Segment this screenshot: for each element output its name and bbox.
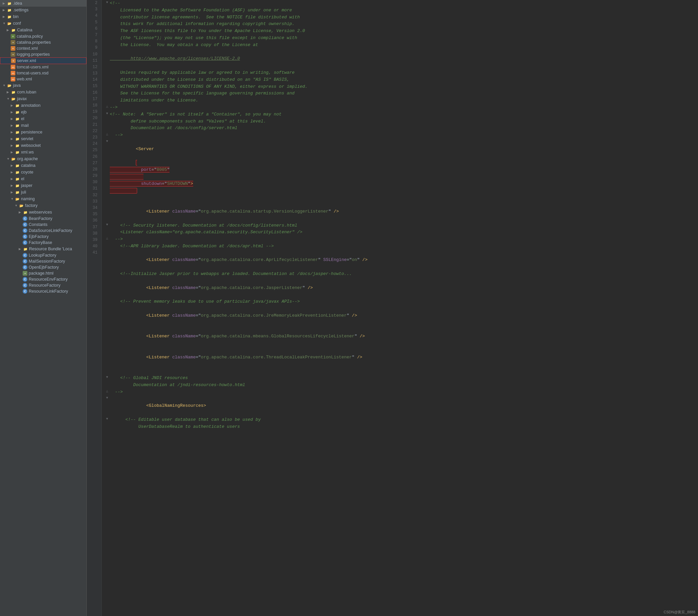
code-line-19: define subcomponents such as "Valves" at… <box>104 118 695 125</box>
sidebar-item-lookup-factory[interactable]: ▶ C LookupFactory <box>0 252 86 258</box>
fold-gutter[interactable]: △ <box>104 236 110 241</box>
sidebar-item-persistence[interactable]: ▶ 📁 persistence <box>0 129 86 136</box>
xml-file-icon: ≡ <box>11 34 15 39</box>
sidebar-item-resource-env-factory[interactable]: ▶ C ResourceEnvFactory <box>0 276 86 282</box>
sidebar-item-context-xml[interactable]: ▶ ≡ context.xml <box>0 45 86 51</box>
code-text: the License. You may obtain a copy of th… <box>110 42 695 49</box>
code-line-27: <!--APR library loader. Documentation at… <box>104 243 695 250</box>
sidebar-item-bean-factory[interactable]: ▶ C BeanFactory <box>0 215 86 222</box>
sidebar-item-mail[interactable]: ▶ 📁 mail <box>0 122 86 129</box>
sidebar-item-com-luban[interactable]: ▶ 📁 com.luban <box>0 89 86 95</box>
code-line-3: Licensed to the Apache Software Foundati… <box>104 7 695 14</box>
sidebar-item-resource-bundle[interactable]: ▶ 📁 Resource Bundle 'Loca <box>0 246 86 252</box>
sidebar-item-org-apache[interactable]: ▼ 📂 org.apache <box>0 155 86 162</box>
sidebar-item-catalina[interactable]: ▶ 📁 Catalina <box>0 27 86 33</box>
class-icon: C <box>23 277 27 282</box>
sidebar-item-java[interactable]: ▼ 📂 java <box>0 82 86 89</box>
sidebar-item-label: tomcat-users.xsd <box>17 71 48 75</box>
sidebar-item-javax[interactable]: ▼ 📂 javax <box>0 95 86 102</box>
sidebar-item-label: package.html <box>29 271 53 276</box>
xml-file-icon: xs <box>11 65 15 69</box>
sidebar-item-label: factory <box>25 203 38 208</box>
sidebar-item-label: tomcat-users.xml <box>17 65 48 69</box>
fold-gutter[interactable]: △ <box>104 104 110 110</box>
code-line-12: Unless required by applicable law or agr… <box>104 69 695 76</box>
sidebar-item-settings[interactable]: ▶ 📁 .settings <box>0 7 86 13</box>
sidebar-item-naming[interactable]: ▼ 📂 naming <box>0 196 86 202</box>
sidebar-item-conf[interactable]: ▼ 📂 conf <box>0 20 86 27</box>
sidebar-item-label: persistence <box>21 130 42 135</box>
folder-icon: 📁 <box>11 89 16 95</box>
sidebar-item-servlet[interactable]: ▶ 📁 servlet <box>0 136 86 142</box>
sidebar-item-label: java <box>13 83 21 88</box>
code-text: <!--APR library loader. Documentation at… <box>110 243 695 250</box>
fold-gutter[interactable]: ▼ <box>104 222 110 227</box>
sidebar-item-label: MailSessionFactory <box>29 259 65 264</box>
sidebar-item-open-ejb-factory[interactable]: ▶ C OpenEjbFactory <box>0 264 86 270</box>
code-text: define subcomponents such as "Valves" at… <box>110 118 695 125</box>
sidebar-item-factory-base[interactable]: ▶ C FactoryBase <box>0 240 86 246</box>
code-line-11 <box>104 62 695 69</box>
code-text: <Listener className="org.apache.catalina… <box>110 250 695 271</box>
sidebar-item-juli[interactable]: ▶ 📁 juli <box>0 189 86 196</box>
sidebar-item-catalina-policy[interactable]: ▶ ≡ catalina.policy <box>0 33 86 39</box>
sidebar-item-ejb[interactable]: ▶ 📁 ejb <box>0 109 86 115</box>
code-text: <Listener className="org.apache.catalina… <box>110 347 695 368</box>
sidebar-item-el[interactable]: ▶ 📁 el <box>0 115 86 122</box>
fold-gutter[interactable]: ▼ <box>104 375 110 380</box>
folder-open-icon: 📂 <box>15 196 20 201</box>
fold-gutter[interactable]: △ <box>104 389 110 394</box>
sidebar-item-catalina2[interactable]: ▶ 📁 catalina <box>0 162 86 169</box>
sidebar-item-resource-factory[interactable]: ▶ C ResourceFactory <box>0 282 86 288</box>
fold-gutter[interactable]: ▼ <box>104 139 110 144</box>
code-text: <Listener className="org.apache.catalina… <box>110 201 695 222</box>
fold-gutter[interactable]: ▼ <box>104 0 110 5</box>
fold-gutter[interactable]: △ <box>104 132 110 137</box>
sidebar-item-server-xml[interactable]: ▶ ≡ server.xml <box>0 57 86 64</box>
sidebar-item-el2[interactable]: ▶ 📁 el <box>0 176 86 182</box>
sidebar-item-ejb-factory[interactable]: ▶ C EjbFactory <box>0 234 86 240</box>
fold-gutter[interactable]: ▼ <box>104 111 110 116</box>
sidebar-item-bin[interactable]: ▶ 📁 bin <box>0 13 86 20</box>
sidebar-item-factory[interactable]: ▼ 📂 factory <box>0 202 86 209</box>
code-line-10: http://www.apache.org/licenses/LICENSE-2… <box>104 55 695 62</box>
sidebar-item-datasource-link-factory[interactable]: ▶ C DataSourceLinkFactory <box>0 227 86 234</box>
sidebar-item-coyote[interactable]: ▶ 📁 coyote <box>0 169 86 176</box>
sidebar-item-annotation[interactable]: ▶ 📁 annotation <box>0 102 86 109</box>
code-text: limitations under the License. <box>110 97 695 104</box>
folder-icon: 📁 <box>11 27 16 33</box>
sidebar-item-package-html[interactable]: ▶ ≡ package.html <box>0 270 86 276</box>
sidebar-item-websocket[interactable]: ▶ 📁 websocket <box>0 142 86 149</box>
sidebar-item-tomcat-users-xml[interactable]: ▶ xs tomcat-users.xml <box>0 64 86 70</box>
fold-gutter[interactable]: ▼ <box>104 395 110 401</box>
code-text: contributor license agreements. See the … <box>110 14 695 21</box>
sidebar-item-resource-link-factory[interactable]: ▶ C ResourceLinkFactory <box>0 288 86 294</box>
code-line-35 <box>104 368 695 375</box>
code-line-33: <Listener className="org.apache.catalina… <box>104 326 695 347</box>
sidebar-item-logging-properties[interactable]: ▶ ≡ logging.properties <box>0 51 86 57</box>
sidebar-item-idea[interactable]: ▶ 📁 .idea <box>0 0 86 7</box>
class-icon: C <box>23 240 27 245</box>
code-text: --> <box>110 389 695 396</box>
sidebar-item-label: bin <box>13 14 19 19</box>
code-line-36: ▼ <!-- Global JNDI resources <box>104 375 695 382</box>
sidebar-item-tomcat-users-xsd[interactable]: ▶ xs tomcat-users.xsd <box>0 70 86 76</box>
sidebar-item-web-xml[interactable]: ▶ xs web.xml <box>0 76 86 82</box>
sidebar-item-webservices[interactable]: ▶ 📁 webservices <box>0 209 86 215</box>
sidebar-item-catalina-properties[interactable]: ▶ ≡ catalina.properties <box>0 39 86 45</box>
code-text: <Listener className="org.apache.catalina… <box>110 305 695 326</box>
sidebar-item-label: EjbFactory <box>29 234 49 239</box>
code-line-40: ▼ <!-- Editable user database that can a… <box>104 417 695 423</box>
code-line-34: <Listener className="org.apache.catalina… <box>104 347 695 368</box>
code-text: <Listener className="org.apache.catalina… <box>110 229 695 236</box>
folder-icon: 📁 <box>7 14 12 19</box>
code-text: --> <box>110 104 695 111</box>
sidebar-item-jasper[interactable]: ▶ 📁 jasper <box>0 182 86 189</box>
sidebar-item-constants[interactable]: ▶ C Constants <box>0 222 86 227</box>
watermark: CSDN@黄宾_8888 <box>664 610 695 615</box>
folder-open-icon: 📂 <box>7 83 12 88</box>
fold-gutter[interactable]: ▼ <box>104 417 110 422</box>
code-text: WITHOUT WARRANTIES OR CONDITIONS OF ANY … <box>110 83 695 90</box>
sidebar-item-xml-ws[interactable]: ▶ 📁 xml.ws <box>0 149 86 155</box>
sidebar-item-mail-session-factory[interactable]: ▶ C MailSessionFactory <box>0 258 86 264</box>
